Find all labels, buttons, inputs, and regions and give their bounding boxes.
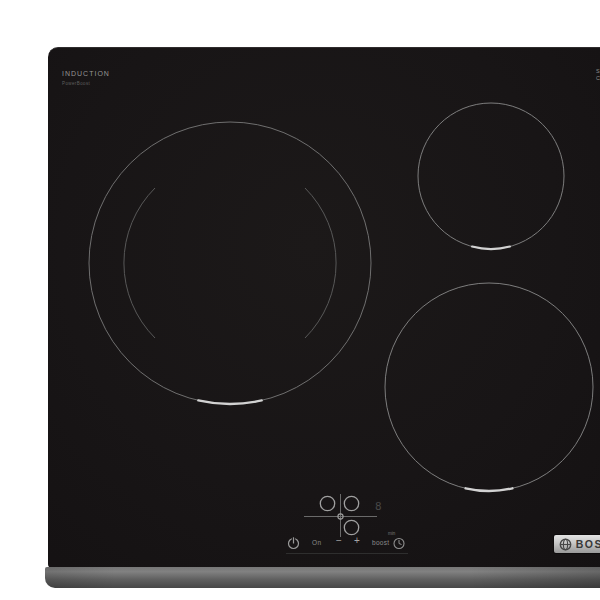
surface-print-schott-ceran: SCHOTT CERAN® — [596, 68, 600, 81]
front-edge-trim — [45, 567, 600, 588]
ceramic-glass-surface — [48, 47, 600, 568]
plus-touch-key: + — [354, 535, 360, 546]
bosch-anchor-icon — [559, 538, 572, 551]
schott-line1: SCHOTT — [596, 68, 600, 75]
zone-on-label: On — [312, 539, 322, 546]
timer-min-label: min — [388, 531, 395, 536]
product-photo-induction-hob: INDUCTION PowerBoost SCHOTT CERAN® 8 On … — [40, 16, 600, 600]
minus-touch-key: − — [336, 535, 342, 546]
boost-touch-key: boost — [372, 539, 389, 546]
brand-plate: BOSCH — [554, 535, 600, 553]
control-strip-underline — [286, 553, 408, 554]
schott-line2: CERAN® — [596, 75, 600, 82]
power-level-display: 8 — [375, 500, 382, 513]
surface-print-induction-sub: PowerBoost — [62, 81, 90, 86]
surface-print-induction: INDUCTION — [62, 70, 110, 77]
brand-wordmark: BOSCH — [576, 538, 600, 550]
